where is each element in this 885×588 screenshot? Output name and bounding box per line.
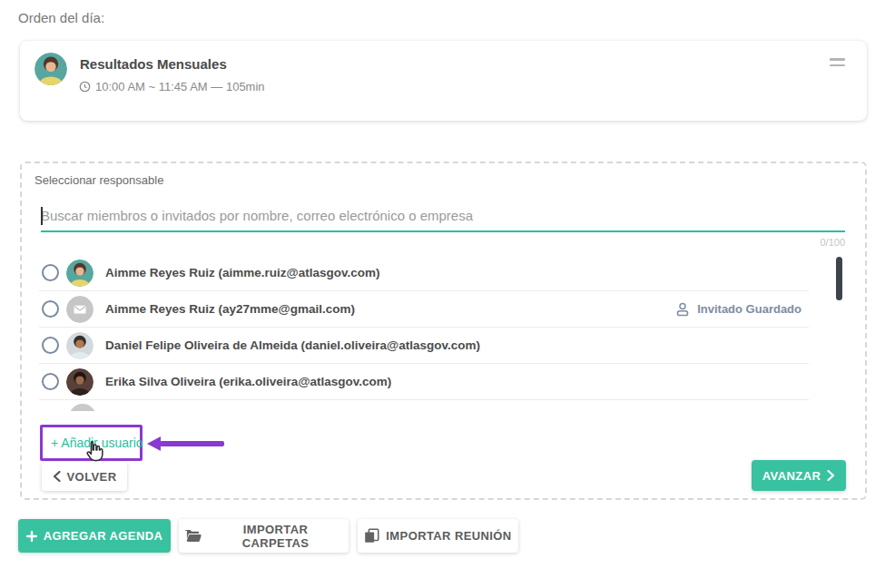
- member-name: Daniel Felipe Oliveira de Almeida (danie…: [105, 338, 480, 352]
- member-row[interactable]: Daniel Felipe Oliveira de Almeida (danie…: [39, 328, 809, 364]
- importar-reunion-label: IMPORTAR REUNIÓN: [386, 529, 511, 543]
- member-row[interactable]: Aimme Reyes Ruiz (ay27mme@gmail.com) Inv…: [39, 291, 809, 328]
- avanzar-button[interactable]: AVANZAR: [752, 460, 846, 491]
- avanzar-label: AVANZAR: [762, 469, 821, 483]
- search-input[interactable]: [41, 200, 845, 232]
- clock-icon: [79, 81, 91, 93]
- member-avatar: [66, 368, 93, 396]
- saved-guest-label: Invitado Guardado: [697, 302, 801, 316]
- char-counter: 0/100: [820, 237, 845, 248]
- chevron-right-icon: [827, 470, 835, 481]
- scrollbar[interactable]: [836, 257, 842, 300]
- member-name: Aimme Reyes Ruiz (ay27mme@gmail.com): [105, 302, 355, 316]
- member-list: Aimme Reyes Ruiz (aimme.ruiz@atlasgov.co…: [39, 255, 809, 411]
- panel-label: Seleccionar responsable: [34, 173, 163, 187]
- page-title: Orden del día:: [18, 10, 104, 25]
- member-row[interactable]: Aimme Reyes Ruiz (aimme.ruiz@atlasgov.co…: [39, 255, 809, 291]
- agenda-page: Orden del día: Resultados Mensuales 10:0…: [0, 0, 885, 588]
- agenda-item-title: Resultados Mensuales: [80, 56, 227, 72]
- member-name: Erika Silva Oliveira (erika.oliveira@atl…: [105, 375, 391, 388]
- importar-reunion-button[interactable]: IMPORTAR REUNIÓN: [358, 519, 518, 553]
- chevron-left-icon: [53, 471, 61, 482]
- importar-carpetas-button[interactable]: IMPORTAR CARPETAS: [179, 519, 349, 553]
- radio-button[interactable]: [42, 300, 59, 318]
- agenda-owner-avatar: [34, 53, 67, 85]
- annotation-arrow-head: [147, 436, 161, 451]
- member-name: Aimme Reyes Ruiz (aimme.ruiz@atlasgov.co…: [105, 266, 380, 279]
- annotation-arrow: [160, 441, 224, 446]
- radio-button[interactable]: [42, 373, 59, 390]
- person-outline-icon: [674, 301, 691, 318]
- agregar-agenda-button[interactable]: AGREGAR AGENDA: [18, 519, 171, 553]
- open-folder-icon: [184, 529, 202, 543]
- member-avatar: [66, 260, 93, 287]
- drag-handle-icon[interactable]: [830, 58, 845, 66]
- volver-label: VOLVER: [67, 470, 117, 484]
- text-caret: [41, 207, 43, 225]
- saved-guest-badge: Invitado Guardado: [674, 301, 801, 318]
- radio-button[interactable]: [42, 337, 59, 354]
- member-avatar: [66, 296, 93, 323]
- member-avatar-partial: [69, 404, 96, 411]
- plus-icon: [26, 531, 37, 542]
- copy-pages-icon: [364, 528, 379, 544]
- member-row[interactable]: Erika Silva Oliveira (erika.oliveira@atl…: [39, 364, 809, 400]
- importar-carpetas-label: IMPORTAR CARPETAS: [208, 523, 343, 550]
- agenda-item-time: 10:00 AM ~ 11:45 AM — 105min: [79, 80, 265, 93]
- cursor-hand-icon: [82, 439, 105, 466]
- member-avatar: [66, 332, 93, 359]
- agregar-agenda-label: AGREGAR AGENDA: [44, 529, 163, 543]
- radio-button[interactable]: [42, 264, 59, 281]
- agenda-item-time-text: 10:00 AM ~ 11:45 AM — 105min: [95, 80, 265, 93]
